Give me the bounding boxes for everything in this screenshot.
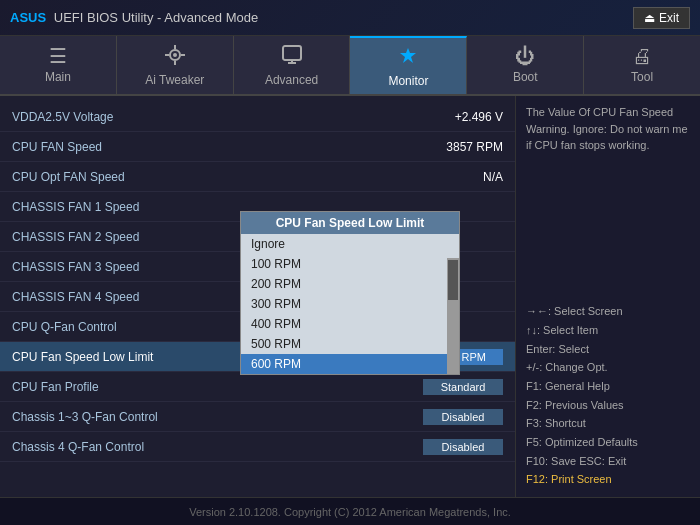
setting-chassis-qfan: Chassis 1~3 Q-Fan Control Disabled [0,402,515,432]
setting-cpu-fan: CPU FAN Speed 3857 RPM [0,132,515,162]
asus-brand: ASUS [10,10,46,25]
help-description: The Value Of CPU Fan Speed Warning. Igno… [526,104,690,298]
chassis4-qfan-value[interactable]: Disabled [423,439,503,455]
monitor-icon [397,45,419,70]
key-f12: F12: Print Screen [526,470,690,489]
setting-chassis4-qfan: Chassis 4 Q-Fan Control Disabled [0,432,515,462]
svg-rect-6 [283,46,301,60]
nav-tabs: ☰ Main Ai Tweaker Advanced [0,36,700,96]
dropdown-item-ignore[interactable]: Ignore [241,234,459,254]
dropdown-item-400[interactable]: 400 RPM [241,314,459,334]
tab-ai-tweaker-label: Ai Tweaker [145,73,204,87]
header: ASUS UEFI BIOS Utility - Advanced Mode ⏏… [0,0,700,36]
cpu-fan-profile-value[interactable]: Standard [423,379,503,395]
right-panel: The Value Of CPU Fan Speed Warning. Igno… [515,96,700,497]
key-select-screen: →←: Select Screen [526,302,690,321]
header-title: UEFI BIOS Utility - Advanced Mode [54,10,258,25]
exit-button[interactable]: ⏏ Exit [633,7,690,29]
key-f2: F2: Previous Values [526,396,690,415]
tab-advanced-label: Advanced [265,73,318,87]
cpu-opt-fan-label: CPU Opt FAN Speed [12,170,423,184]
key-select-item: ↑↓: Select Item [526,321,690,340]
cpu-fan-profile-label: CPU Fan Profile [12,380,423,394]
key-f3: F3: Shortcut [526,414,690,433]
cpu-fan-value: 3857 RPM [423,140,503,154]
key-change-opt: +/-: Change Opt. [526,358,690,377]
chassis-qfan-label: Chassis 1~3 Q-Fan Control [12,410,423,424]
dropdown-item-100[interactable]: 100 RPM [241,254,459,274]
dropdown-scrollbar-thumb [448,260,458,300]
tab-main-label: Main [45,70,71,84]
dropdown-item-200[interactable]: 200 RPM [241,274,459,294]
exit-icon: ⏏ [644,11,655,25]
cpu-fan-label: CPU FAN Speed [12,140,423,154]
tab-tool[interactable]: 🖨 Tool [584,36,700,94]
dropdown-scrollbar[interactable] [447,258,459,374]
dropdown-item-500[interactable]: 500 RPM [241,334,459,354]
help-keys: →←: Select Screen ↑↓: Select Item Enter:… [526,302,690,489]
main-icon: ☰ [49,46,67,66]
chassis4-qfan-label: Chassis 4 Q-Fan Control [12,440,423,454]
tab-ai-tweaker[interactable]: Ai Tweaker [117,36,234,94]
tab-tool-label: Tool [631,70,653,84]
dropdown-item-600[interactable]: 600 RPM [241,354,459,374]
tab-boot[interactable]: ⏻ Boot [467,36,584,94]
setting-cpu-opt-fan: CPU Opt FAN Speed N/A [0,162,515,192]
dropdown-list[interactable]: Ignore 100 RPM 200 RPM 300 RPM 400 RPM 5… [241,234,459,374]
svg-point-1 [173,53,177,57]
tab-advanced[interactable]: Advanced [234,36,351,94]
key-f5: F5: Optimized Defaults [526,433,690,452]
dropdown-popup: CPU Fan Speed Low Limit Ignore 100 RPM 2… [240,211,460,375]
key-f1: F1: General Help [526,377,690,396]
dropdown-title: CPU Fan Speed Low Limit [241,212,459,234]
asus-logo: ASUS UEFI BIOS Utility - Advanced Mode [10,10,262,25]
main-content: VDDA2.5V Voltage +2.496 V CPU FAN Speed … [0,96,700,497]
vdda-value: +2.496 V [423,110,503,124]
key-enter: Enter: Select [526,340,690,359]
key-f10-esc: F10: Save ESC: Exit [526,452,690,471]
vdda-label: VDDA2.5V Voltage [12,110,423,124]
tool-icon: 🖨 [632,46,652,66]
setting-cpu-fan-profile: CPU Fan Profile Standard [0,372,515,402]
boot-icon: ⏻ [515,46,535,66]
setting-vdda: VDDA2.5V Voltage +2.496 V [0,102,515,132]
cpu-opt-fan-value: N/A [423,170,503,184]
chassis-qfan-value[interactable]: Disabled [423,409,503,425]
tab-main[interactable]: ☰ Main [0,36,117,94]
footer-text: Version 2.10.1208. Copyright (C) 2012 Am… [189,506,511,518]
ai-tweaker-icon [164,44,186,69]
advanced-icon [281,44,303,69]
dropdown-item-300[interactable]: 300 RPM [241,294,459,314]
tab-monitor[interactable]: Monitor [350,36,467,94]
left-panel: VDDA2.5V Voltage +2.496 V CPU FAN Speed … [0,96,515,497]
tab-boot-label: Boot [513,70,538,84]
tab-monitor-label: Monitor [388,74,428,88]
footer: Version 2.10.1208. Copyright (C) 2012 Am… [0,497,700,525]
